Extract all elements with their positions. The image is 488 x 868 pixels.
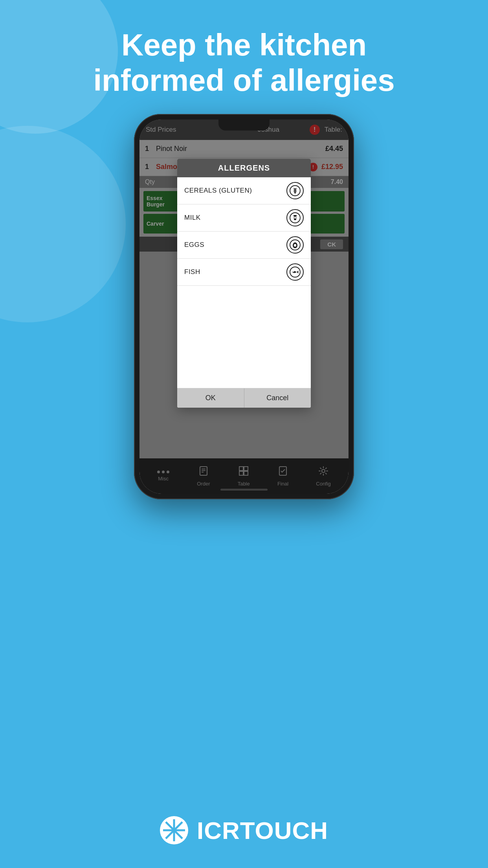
phone-screen: Std Prices Joshua ! Table: 1 Pinot Noir … (139, 120, 349, 494)
brand-name: ICRTOUCH (197, 817, 328, 844)
allergen-row-4[interactable]: FISH (177, 259, 311, 286)
brand-logo-icon (160, 816, 188, 844)
phone-inner: Std Prices Joshua ! Table: 1 Pinot Noir … (139, 120, 349, 494)
modal-ok-button[interactable]: OK (177, 388, 244, 408)
brand-footer: ICRTOUCH (0, 816, 488, 844)
page-heading: Keep the kitchen informed of allergies (0, 28, 488, 98)
allergen-icon-1 (286, 182, 304, 199)
allergen-name-3: EGGS (184, 241, 286, 249)
svg-point-9 (293, 271, 294, 272)
allergen-icon-2 (286, 209, 304, 226)
allergen-name-4: FISH (184, 268, 286, 276)
modal-title: ALLERGENS (177, 159, 311, 177)
modal-overlay: ALLERGENS CEREALS (GLUTEN) (139, 120, 349, 494)
allergen-icon-4 (286, 263, 304, 281)
svg-point-7 (294, 244, 296, 247)
allergen-icon-3 (286, 236, 304, 254)
allergen-name-1: CEREALS (GLUTEN) (184, 187, 286, 195)
phone-notch (218, 120, 270, 131)
allergens-modal: ALLERGENS CEREALS (GLUTEN) (177, 159, 311, 408)
phone-device: Std Prices Joshua ! Table: 1 Pinot Noir … (134, 114, 354, 499)
bg-circle-2 (0, 126, 126, 322)
svg-rect-4 (294, 217, 296, 219)
modal-cancel-button[interactable]: Cancel (244, 388, 311, 408)
allergen-name-2: MILK (184, 214, 286, 222)
allergen-row-1[interactable]: CEREALS (GLUTEN) (177, 177, 311, 204)
svg-rect-3 (294, 215, 297, 216)
allergen-row-3[interactable]: EGGS (177, 232, 311, 259)
modal-spacer (177, 286, 311, 388)
modal-buttons: OK Cancel (177, 388, 311, 408)
allergen-row-2[interactable]: MILK (177, 204, 311, 232)
